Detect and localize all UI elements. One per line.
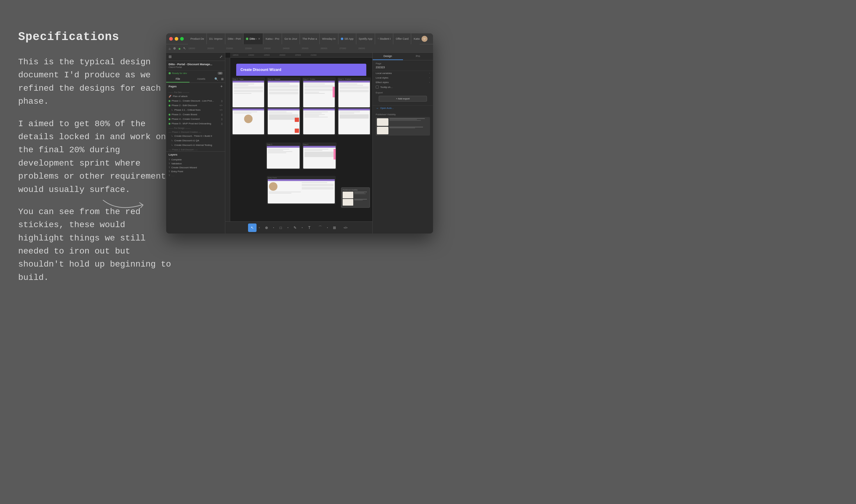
screen-line [304, 117, 328, 118]
local-styles-item[interactable]: Local styles › [373, 75, 433, 80]
tab-label: The Pulse a [302, 37, 317, 40]
page-phase2[interactable]: Phase 2 - Edit Discount </> [166, 103, 225, 108]
grid-icon[interactable]: ⊞ [219, 76, 225, 83]
active-indicator [246, 38, 248, 40]
window-close-dot[interactable] [169, 37, 173, 41]
ruler-num: 19000 [248, 54, 254, 56]
tab-assets[interactable]: Assets [190, 76, 213, 83]
tab-d1-improv[interactable]: D1: Improv [207, 33, 225, 44]
arrow-decoration [100, 194, 148, 212]
tab-spotify[interactable]: Spotify App [356, 33, 375, 44]
pub-line [354, 199, 367, 200]
page-label: Phase 5 - MVP Prod-led Onboarding [172, 122, 211, 125]
plugin-arrow-icon: → [376, 106, 379, 110]
code-icon: {} [221, 123, 222, 125]
search-icon[interactable]: 🔍 [213, 76, 219, 83]
export-button[interactable]: + Add export [379, 96, 427, 102]
tooltip-checkbox[interactable] [376, 86, 379, 89]
page-label: Create Discount v1 Internal Testing [174, 144, 212, 146]
page-phase5[interactable]: Phase 5 - MVP Prod-led Onboarding {} [166, 121, 225, 126]
published-title: Published Visibility [343, 189, 369, 191]
screen-line [304, 92, 319, 92]
canvas-area[interactable]: 18500 19000 19500 20000 20500 21000 Crea… [225, 53, 372, 234]
tooltip-label: Tooltip sh... [380, 86, 392, 89]
avatar-circle [244, 115, 253, 123]
page-phase1[interactable]: Phase 1 - Create Discount - Live Prot...… [166, 98, 225, 103]
dot-separator: • [259, 226, 260, 229]
cursor-icon[interactable]: ↖ [183, 47, 186, 50]
status-count: 10 [218, 72, 222, 75]
page-create-discount-qa[interactable]: ↳ Create Discount v1 QA [166, 138, 225, 143]
ruler-num: 20000 [279, 54, 285, 56]
layer-complete[interactable]: T Complete [166, 158, 225, 162]
globe-icon[interactable]: ⊕ [173, 47, 176, 50]
screen-line [304, 84, 325, 84]
pub-thumbnail [343, 192, 353, 198]
page-dot [168, 105, 171, 106]
text-tool[interactable]: T [305, 223, 314, 232]
sticky-note-red [295, 118, 299, 122]
tab-winsday[interactable]: Winsday In [320, 33, 338, 44]
layer-create-discount-wizard[interactable]: T Create Discount Wizard [166, 166, 225, 169]
pen2-tool[interactable]: ⌒ [316, 223, 324, 232]
expand-icon[interactable]: ⤢ [219, 55, 222, 59]
plugin-label: Open Auto... [380, 107, 394, 109]
img-placeholder [269, 114, 298, 120]
user-avatar[interactable]: U [422, 36, 428, 42]
window-expand-dot[interactable] [180, 37, 184, 41]
window-minimize-dot[interactable] [175, 37, 178, 41]
tab-ditto-port[interactable]: Ditto - Port [225, 33, 244, 44]
tab-product-de[interactable]: Product De [188, 33, 207, 44]
code-tool[interactable]: </> [341, 223, 350, 232]
dot-separator4: • [302, 226, 303, 229]
layer-more[interactable]: T ..... [166, 174, 225, 177]
tab-file[interactable]: File [166, 76, 190, 83]
close-icon[interactable]: ✕ [258, 37, 261, 40]
rectangle-tool[interactable]: □ [277, 223, 285, 232]
plugin-item[interactable]: → Open Auto... [373, 106, 433, 111]
step4b-screen [303, 146, 336, 168]
canvas-page-title: Create Discount Wizard [240, 68, 281, 72]
tab-go-jour[interactable]: Go to Jour [282, 33, 300, 44]
tab-pulse[interactable]: The Pulse a [300, 33, 320, 44]
pen-tool[interactable]: ✎ [291, 223, 299, 232]
design-tab[interactable]: Design [373, 53, 403, 60]
tab-katsu[interactable]: Katsu - Pro [263, 33, 282, 44]
page-phase4[interactable]: Phase 4 - Create Connect {} [166, 117, 225, 121]
page-create-discount-think[interactable]: ↳ Create Discount - Think It > Build It [166, 134, 225, 138]
chevron-right-icon: › [429, 72, 430, 75]
page-create-discount-testing[interactable]: ↳ Create Discount v1 Internal Testing [166, 143, 225, 147]
component-tool[interactable]: ⊞ [330, 223, 339, 232]
page-phase3[interactable]: Phase 3 - Create Brand {} [166, 112, 225, 117]
tab-sb-app[interactable]: SB App [338, 33, 356, 44]
tab-ditto-active[interactable]: Ditto - ✕ [244, 33, 263, 44]
section-phase1-creation: ---- Phase 1: Discount Creation ---- [166, 130, 225, 134]
step-3-card: Step 3 - Details [267, 77, 300, 135]
local-variables-item[interactable]: Local variables › [373, 71, 433, 75]
entry-form-label: Entry Form [268, 177, 335, 179]
layers-icon[interactable]: ⊞ [168, 55, 172, 59]
tab-offer-card[interactable]: Offer Card [393, 33, 411, 44]
left-col [269, 182, 301, 194]
page-dot [168, 118, 171, 120]
page-phase21[interactable]: ↳ Phase 2.1 - Critical fixes </> [166, 108, 225, 112]
tab-katsu-con[interactable]: Katsu - Con [411, 33, 420, 44]
frame-tool[interactable]: ⊕ [262, 223, 271, 232]
tab-label: Student I [380, 37, 391, 40]
screen-line [268, 151, 292, 152]
home-icon[interactable]: ⌂ [168, 47, 171, 50]
published-vis-title: Published Visibility [376, 113, 430, 116]
screen-line [269, 192, 301, 192]
layer-validation[interactable]: T Validation [166, 162, 225, 166]
right-col [302, 182, 334, 194]
entry-screen [268, 179, 335, 203]
tab-student[interactable]: ⍤ Student I [375, 33, 393, 44]
page-plan-of-attack[interactable]: 🚀 Plan of attack [166, 94, 225, 98]
effect-styles-item[interactable]: Effect styles › [373, 80, 433, 85]
add-page-button[interactable]: + [220, 84, 222, 89]
layer-entry-point[interactable]: T Entry Point [166, 169, 225, 174]
layers-list: T Complete T Validation T Create Discoun… [166, 158, 225, 177]
proto-tab[interactable]: Pro [403, 53, 433, 60]
step5-label: Step 5 - Publish [338, 78, 370, 80]
select-tool[interactable]: ↖ [248, 223, 256, 232]
